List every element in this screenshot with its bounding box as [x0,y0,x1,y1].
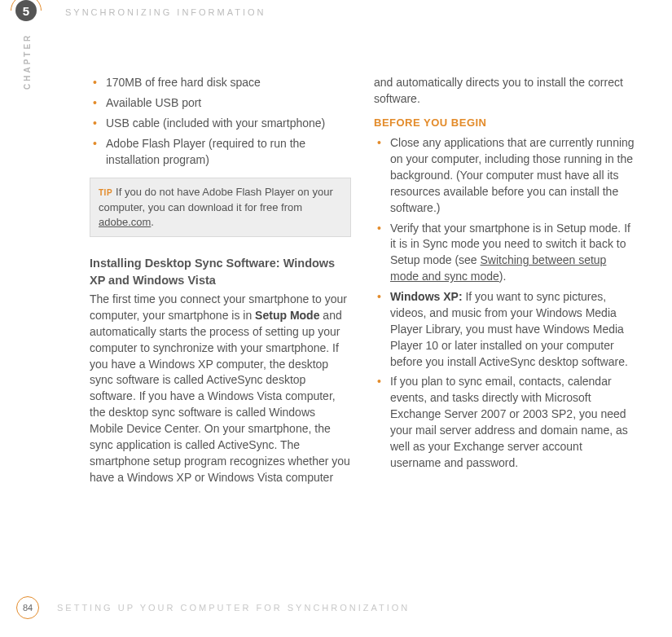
bold-term: Windows XP: [390,290,463,303]
body-text: and automatically starts the process of … [90,309,350,484]
section-label: BEFORE YOU BEGIN [374,116,635,130]
list-item: Windows XP: If you want to sync pictures… [389,289,635,370]
list-item: USB cable (included with your smartphone… [104,116,351,132]
list-item: 170MB of free hard disk space [104,75,351,91]
list-item: Verify that your smartphone is in Setup … [389,221,635,286]
page-number-badge: 84 [16,596,39,619]
list-item: Close any applications that are currentl… [389,135,635,216]
list-item: If you plan to sync email, contacts, cal… [389,374,635,471]
tip-link[interactable]: adobe.com [99,216,151,228]
tip-text: If you do not have Adobe Flash Player on… [99,186,333,213]
tip-label: TIP [99,188,112,197]
sidebar-chapter-label: CHAPTER [23,33,32,90]
page-header-title: SYNCHRONIZING INFORMATION [65,7,266,17]
body-paragraph: and automatically directs you to install… [374,75,635,108]
body-text: ). [499,270,507,283]
chapter-number-badge: 5 [15,0,37,21]
page-content: 170MB of free hard disk space Available … [90,75,635,490]
list-item: Adobe Flash Player (required to run the … [104,136,351,169]
requirements-list: 170MB of free hard disk space Available … [90,75,351,168]
footer-title: SETTING UP YOUR COMPUTER FOR SYNCHRONIZA… [57,603,410,613]
tip-text-after: . [151,216,154,228]
bold-term: Setup Mode [255,309,319,322]
page-footer: 84 SETTING UP YOUR COMPUTER FOR SYNCHRON… [16,596,410,619]
section-subhead: Installing Desktop Sync Software: Window… [90,255,351,288]
body-paragraph: The first time you connect your smartpho… [90,292,351,486]
list-item: Available USB port [104,95,351,112]
tip-callout: TIPIf you do not have Adobe Flash Player… [90,178,351,237]
before-you-begin-list: Close any applications that are currentl… [374,135,635,472]
